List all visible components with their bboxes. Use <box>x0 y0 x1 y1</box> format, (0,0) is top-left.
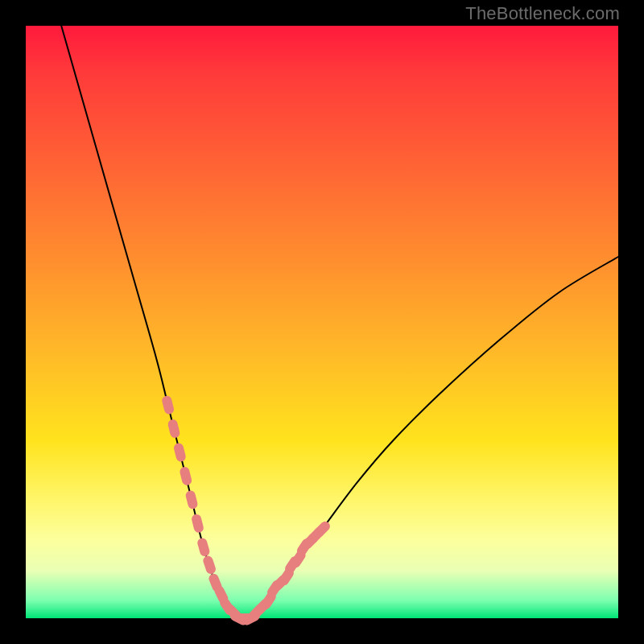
highlight-marker <box>184 472 187 481</box>
attribution-label: TheBottleneck.com <box>465 3 620 24</box>
highlight-markers <box>167 401 325 621</box>
highlight-marker <box>179 448 181 457</box>
highlight-marker <box>219 591 223 599</box>
highlight-marker <box>319 526 325 533</box>
highlight-marker <box>167 401 169 410</box>
highlight-marker <box>296 555 301 563</box>
bottleneck-curve <box>61 26 618 620</box>
highlight-marker <box>208 561 211 570</box>
chart-svg <box>26 26 618 618</box>
highlight-marker <box>196 519 199 528</box>
highlight-marker <box>214 579 217 587</box>
highlight-marker <box>284 573 289 580</box>
highlight-marker <box>266 597 271 604</box>
highlight-marker <box>202 543 204 551</box>
chart-frame: TheBottleneck.com <box>0 0 644 644</box>
highlight-marker <box>191 496 193 505</box>
highlight-marker <box>173 424 175 433</box>
